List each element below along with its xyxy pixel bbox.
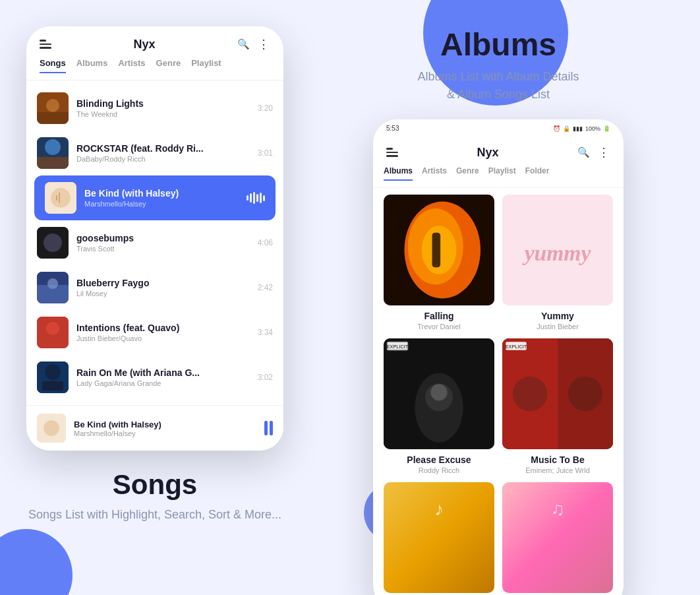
album-name-music: Music To Be xyxy=(502,454,613,465)
song-name-4: goosebumps xyxy=(76,233,250,243)
status-time: 5:53 xyxy=(386,125,399,132)
hamburger-icon[interactable] xyxy=(40,40,51,49)
songs-subtitle-text: Songs List with Highlight, Search, Sort … xyxy=(28,508,281,521)
song-name-5: Blueberry Faygo xyxy=(76,278,250,288)
album-artist-falling: Trevor Daniel xyxy=(384,323,494,330)
albums-grid: Falling Trevor Daniel yummy Yummy Justin… xyxy=(373,188,624,595)
more-icon-left[interactable]: ⋮ xyxy=(258,37,270,51)
album-card-please[interactable]: EXPLICIT Please Excuse Roddy Ricch xyxy=(384,338,494,474)
album-card-yummy[interactable]: yummy Yummy Justin Bieber xyxy=(502,195,613,330)
album-card-falling[interactable]: Falling Trevor Daniel xyxy=(384,195,494,330)
album-name-yummy: Yummy xyxy=(502,311,613,321)
bottom-player: Be Kind (with Halsey) Marshmello/Halsey xyxy=(26,405,283,451)
tab-albums-left[interactable]: Albums xyxy=(76,58,108,73)
song-duration-1: 3:20 xyxy=(258,104,273,113)
song-item-2[interactable]: ROCKSTAR (feat. Roddy Ri... DaBaby/Roddy… xyxy=(26,131,283,175)
svg-text:♪: ♪ xyxy=(434,499,444,519)
thumb-intentions xyxy=(37,317,69,348)
waveform-icon xyxy=(247,191,265,204)
song-item-4[interactable]: goosebumps Travis Scott 4:06 xyxy=(26,220,283,265)
app-title-left: Nyx xyxy=(133,38,155,51)
song-list: Blinding Lights The Weeknd 3:20 ROCKSTAR… xyxy=(26,80,283,405)
player-song-name: Be Kind (with Halsey) xyxy=(74,420,256,429)
song-item-5[interactable]: Blueberry Faygo Lil Mosey 2:42 xyxy=(26,265,283,310)
player-thumb xyxy=(37,414,66,443)
album-card-music[interactable]: EXPLICIT Music To Be Eminem; Juice Wrld xyxy=(502,338,613,474)
album-art-music: EXPLICIT xyxy=(502,338,613,449)
song-info-3: Be Kind (with Halsey) Marshmello/Halsey xyxy=(84,188,239,208)
tab-artists-right[interactable]: Artists xyxy=(422,166,447,181)
song-artist-7: Lady Gaga/Ariana Grande xyxy=(76,379,250,387)
more-icon-right[interactable]: ⋮ xyxy=(598,145,610,160)
svg-text:EXPLICIT: EXPLICIT xyxy=(387,344,409,350)
signal-icon: ▮▮▮ xyxy=(573,125,583,132)
song-duration-5: 2:42 xyxy=(258,283,273,292)
svg-rect-19 xyxy=(42,381,63,391)
song-info-7: Rain On Me (with Ariana G... Lady Gaga/A… xyxy=(76,367,250,387)
albums-section-title: Albums xyxy=(440,26,556,63)
tab-artists-left[interactable]: Artists xyxy=(118,58,145,73)
thumb-goosebumps xyxy=(37,227,69,259)
hamburger-icon-right[interactable] xyxy=(386,148,398,157)
tab-albums-right[interactable]: Albums xyxy=(384,166,413,181)
album-art-yummy: yummy xyxy=(502,195,613,305)
battery-icon: 🔋 xyxy=(603,125,610,132)
tab-playlist-left[interactable]: Playlist xyxy=(191,58,221,73)
svg-rect-26 xyxy=(432,233,441,268)
left-section: Nyx 🔍 ⋮ Songs Albums Artists Genre Playl… xyxy=(26,26,283,524)
tab-songs[interactable]: Songs xyxy=(40,58,66,73)
song-artist-3: Marshmello/Halsey xyxy=(84,200,239,208)
thumb-blueberry xyxy=(37,272,69,303)
song-item-3[interactable]: Be Kind (with Halsey) Marshmello/Halsey xyxy=(34,175,276,220)
header-icons-right: 🔍 ⋮ xyxy=(577,145,610,160)
song-artist-4: Travis Scott xyxy=(76,245,250,253)
song-item-7[interactable]: Rain On Me (with Ariana G... Lady Gaga/A… xyxy=(26,355,283,400)
svg-point-1 xyxy=(46,99,59,112)
tab-playlist-right[interactable]: Playlist xyxy=(488,166,516,181)
main-container: Nyx 🔍 ⋮ Songs Albums Artists Genre Playl… xyxy=(0,0,700,595)
album-art-extra2: ♫ xyxy=(502,482,613,593)
tab-genre-left[interactable]: Genre xyxy=(156,58,181,73)
song-duration-4: 4:06 xyxy=(258,238,273,247)
album-card-extra1[interactable]: ♪ xyxy=(384,482,494,595)
song-name-6: Intentions (feat. Quavo) xyxy=(76,323,250,333)
song-item-6[interactable]: Intentions (feat. Quavo) Justin Bieber/Q… xyxy=(26,310,283,355)
album-artist-yummy: Justin Bieber xyxy=(502,323,613,330)
albums-section-subtitle: Albums List with Album Details& Album So… xyxy=(417,68,579,104)
svg-point-40 xyxy=(568,377,603,412)
songs-section-subtitle: Songs List with Highlight, Search, Sort … xyxy=(28,506,281,524)
app-title-right: Nyx xyxy=(477,146,498,160)
svg-text:EXPLICIT: EXPLICIT xyxy=(506,344,527,350)
song-artist-6: Justin Bieber/Quavo xyxy=(76,334,250,342)
album-card-extra2[interactable]: ♫ xyxy=(502,482,613,595)
thumb-rockstar xyxy=(37,137,69,169)
album-artist-please: Roddy Ricch xyxy=(384,466,494,474)
nav-tabs-left: Songs Albums Artists Genre Playlist xyxy=(26,58,283,80)
right-phone-header: Nyx 🔍 ⋮ xyxy=(373,135,624,166)
header-icons-left: 🔍 ⋮ xyxy=(237,37,270,51)
svg-point-14 xyxy=(47,278,58,289)
search-icon-right[interactable]: 🔍 xyxy=(577,146,590,158)
song-duration-2: 3:01 xyxy=(258,148,273,158)
svg-point-39 xyxy=(513,377,548,412)
alarm-icon: ⏰ xyxy=(553,125,560,132)
song-name-3: Be Kind (with Halsey) xyxy=(84,188,239,199)
song-info-4: goosebumps Travis Scott xyxy=(76,233,250,253)
tab-folder-right[interactable]: Folder xyxy=(525,166,550,181)
thumb-rainonme xyxy=(37,361,69,393)
svg-point-21 xyxy=(44,420,59,436)
album-artist-music: Eminem; Juice Wrld xyxy=(502,466,613,474)
nav-tabs-right: Albums Artists Genre Playlist Folder xyxy=(373,166,624,188)
song-name-1: Blinding Lights xyxy=(76,98,250,109)
song-info-5: Blueberry Faygo Lil Mosey xyxy=(76,278,250,298)
left-phone-header: Nyx 🔍 ⋮ xyxy=(26,26,283,58)
search-icon-left[interactable]: 🔍 xyxy=(237,38,250,50)
lock-icon: 🔒 xyxy=(563,125,570,132)
song-item-1[interactable]: Blinding Lights The Weeknd 3:20 xyxy=(26,86,283,131)
song-artist-2: DaBaby/Roddy Ricch xyxy=(76,155,250,163)
right-phone: 5:53 ⏰ 🔒 ▮▮▮ 100% 🔋 Nyx 🔍 ⋮ xyxy=(373,119,624,595)
status-right: ⏰ 🔒 ▮▮▮ 100% 🔋 xyxy=(553,125,610,132)
pause-button[interactable] xyxy=(264,421,273,435)
tab-genre-right[interactable]: Genre xyxy=(456,166,479,181)
svg-text:♫: ♫ xyxy=(551,499,565,519)
